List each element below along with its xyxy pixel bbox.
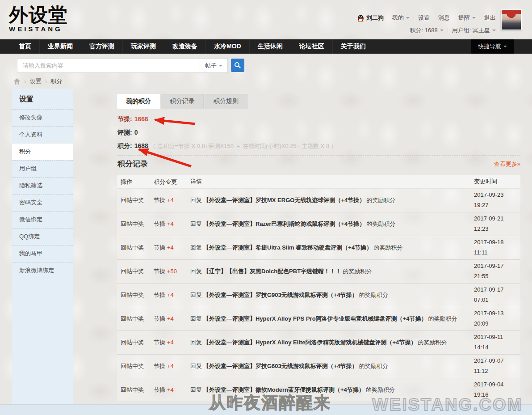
cell-change: 节操+4 (154, 196, 190, 204)
thread-link[interactable]: 【外设堂—评测室】希捷Ultra Slim 睿致移动硬盘评测（+4节操） (203, 244, 372, 251)
main-nav: 首页 业界新闻 官方评测 玩家评测 改造装备 水冷MOD 生活休闲 论坛社区 关… (0, 39, 532, 54)
jiecao-label: 节操: (117, 115, 132, 123)
thread-link[interactable]: 【外设堂—评测室】HyperX Alloy FPS Pro阿洛伊专业版电竞机械键… (203, 315, 427, 322)
nav-item-about[interactable]: 关于我们 (332, 39, 374, 54)
cell-date: 2017-09-1707:01 (474, 285, 520, 305)
thread-link[interactable]: 【外设堂—评测室】罗技G603无线游戏鼠标评测（+4节操） (203, 363, 358, 369)
cell-date: 2017-09-0419:16 (474, 380, 520, 400)
nav-item-forum[interactable]: 论坛社区 (291, 39, 332, 54)
username[interactable]: 刘二狗 (366, 14, 384, 22)
search-input[interactable] (17, 59, 200, 72)
thread-link[interactable]: 【辽宁】【出售】灰黑Dolch配色PBT字透键帽！！！ (203, 268, 341, 275)
site-logo[interactable]: 外设堂 WEISTANG (9, 5, 68, 32)
sidebar-item-alt-account[interactable]: 我的马甲 (12, 245, 73, 262)
cell-detail: 回复【外设堂—评测室】Razer巴塞利斯蛇游戏鼠标评测（+4节操）的奖励积分 (190, 220, 474, 229)
cell-action: 回帖中奖 (117, 362, 154, 370)
cell-change: 节操+4 (154, 386, 190, 394)
sidebar-item-password[interactable]: 密码安全 (12, 194, 73, 211)
user-avatar[interactable] (501, 9, 522, 30)
points-log-table: 操作 积分变更 详情 变更时间 回帖中奖 节操+4 回复【外设堂—评测室】罗技M… (117, 175, 520, 402)
menu-alerts[interactable]: 提醒 (458, 14, 470, 22)
search-category-select[interactable]: 帖子 (200, 59, 227, 72)
divider (434, 15, 434, 21)
thread-link[interactable]: 【外设堂—评测室】罗技G903无线游戏鼠标评测（+4节操） (203, 292, 358, 298)
nav-item-watercooling[interactable]: 水冷MOD (205, 39, 249, 54)
pingce-value: 0 (134, 129, 138, 136)
nav-item-lifestyle[interactable]: 生活休闲 (249, 39, 291, 54)
table-row: 回帖中奖 节操+4 回复【外设堂—评测室】罗技MX ERGO无线轨迹球评测（+4… (117, 189, 520, 212)
breadcrumb-settings[interactable]: 设置 (30, 77, 42, 85)
table-row: 回帖中奖 节操+4 回复【外设堂—评测室】希捷Ultra Slim 睿致移动硬盘… (117, 236, 520, 260)
cell-action: 回帖中奖 (117, 386, 154, 394)
sidebar-item-usergroup[interactable]: 用户组 (12, 160, 73, 177)
caret-down-icon (406, 17, 410, 21)
cell-date: 2017-09-1320:09 (474, 309, 520, 329)
cell-date: 2017-09-2319:27 (474, 190, 520, 211)
nav-item-mods[interactable]: 改造装备 (164, 39, 205, 54)
breadcrumb-separator: › (45, 78, 47, 85)
pingce-line: 评测:0 (117, 129, 138, 137)
table-row: 回帖中奖 节操+4 回复【外设堂—评测室】罗技G903无线游戏鼠标评测（+4节操… (117, 284, 520, 307)
sidebar-item-privacy[interactable]: 隐私筛选 (12, 177, 73, 194)
sidebar-item-avatar[interactable]: 修改头像 (12, 109, 73, 126)
caret-down-icon (219, 65, 222, 68)
tab-points-log[interactable]: 积分记录 (161, 94, 204, 109)
sidebar-item-weibo[interactable]: 新浪微博绑定 (12, 262, 73, 279)
cell-date: 2017-09-1811:11 (474, 237, 520, 258)
divider (480, 15, 480, 21)
sidebar-item-qq[interactable]: QQ绑定 (12, 228, 73, 245)
sidebar-item-points[interactable]: 积分 (12, 143, 73, 160)
cell-change: 节操+4 (154, 315, 190, 323)
cell-action: 回帖中奖 (117, 315, 154, 323)
jifen-value: 1688 (134, 142, 148, 149)
cell-detail: 回复【外设堂—评测室】HyperX Alloy FPS Pro阿洛伊专业版电竞机… (190, 314, 474, 323)
nav-item-home[interactable]: 首页 (11, 39, 39, 54)
table-row: 回帖中奖 节操+4 回复【外设堂—评测室】微软Modern蓝牙便携鼠标评测（+4… (117, 378, 520, 402)
nav-item-official-reviews[interactable]: 官方评测 (81, 39, 122, 54)
cell-detail: 回复【外设堂—评测室】罗技MX ERGO无线轨迹球评测（+4节操）的奖励积分 (190, 196, 474, 205)
points-tabs: 我的积分 积分记录 积分规则 (117, 94, 247, 109)
breadcrumb-separator: › (24, 78, 26, 85)
logo-title: 外设堂 (9, 5, 68, 25)
home-icon[interactable] (13, 78, 21, 85)
menu-settings[interactable]: 设置 (418, 14, 430, 22)
tab-my-points[interactable]: 我的积分 (117, 94, 160, 109)
divider (388, 15, 388, 21)
jiecao-line: 节操:1666 (117, 115, 148, 123)
user-group[interactable]: 用户组: 冥王星 (452, 26, 490, 34)
sidebar-item-profile[interactable]: 个人资料 (12, 126, 73, 143)
settings-sidebar: 设置 修改头像 个人资料 积分 用户组 隐私筛选 密码安全 微信绑定 QQ绑定 … (12, 89, 73, 404)
menu-mine[interactable]: 我的 (392, 14, 404, 22)
thread-link[interactable]: 【外设堂—评测室】Razer巴塞利斯蛇游戏鼠标评测（+4节操） (203, 220, 365, 227)
jiecao-value: 1666 (134, 115, 148, 123)
thread-link[interactable]: 【外设堂—评测室】微软Modern蓝牙便携鼠标评测（+4节操） (203, 386, 364, 393)
nav-item-news[interactable]: 业界新闻 (39, 39, 81, 54)
menu-messages[interactable]: 消息 (438, 14, 450, 22)
view-more-link[interactable]: 查看更多» (117, 160, 520, 168)
thread-link[interactable]: 【外设堂—评测室】罗技MX ERGO无线轨迹球评测（+4节操） (203, 197, 365, 203)
search-button[interactable] (231, 59, 244, 72)
qq-penguin-icon (357, 14, 364, 22)
breadcrumb-points[interactable]: 积分 (50, 77, 62, 85)
cell-action: 回帖中奖 (117, 267, 154, 275)
search-category-label: 帖子 (205, 62, 217, 70)
col-detail: 详情 (190, 177, 474, 186)
divider (414, 15, 414, 21)
quick-nav-label: 快捷导航 (478, 42, 501, 51)
nav-item-player-reviews[interactable]: 玩家评测 (122, 39, 164, 54)
table-row: 回帖中奖 节操+4 回复【外设堂—评测室】HyperX Alloy FPS Pr… (117, 307, 520, 331)
annotation-arrow-jiecao (155, 120, 195, 124)
tab-points-rules[interactable]: 积分规则 (205, 94, 247, 109)
quick-nav-button[interactable]: 快捷导航 (471, 39, 514, 54)
cell-date: 2017-09-1114:14 (474, 332, 520, 353)
cell-action: 回帖中奖 (117, 291, 154, 299)
menu-logout[interactable]: 退出 (484, 14, 496, 22)
col-date: 变更时间 (474, 177, 520, 187)
cell-action: 回帖中奖 (117, 220, 154, 228)
sidebar-item-wechat[interactable]: 微信绑定 (12, 211, 73, 228)
jifen-line: 积分:1688（ 总积分=节操 X 0.8+评测X150 ＋ 在线时间(小时)X… (117, 142, 337, 150)
page: 外设堂 WEISTANG 刘二狗 我的 设置 消息 提醒 退出 (0, 0, 532, 415)
search-icon (234, 62, 241, 69)
user-points[interactable]: 积分: 1688 (410, 26, 438, 34)
thread-link[interactable]: 【外设堂—评测室】HyperX Alloy Elite阿洛伊精英版游戏机械键盘评… (203, 339, 416, 346)
